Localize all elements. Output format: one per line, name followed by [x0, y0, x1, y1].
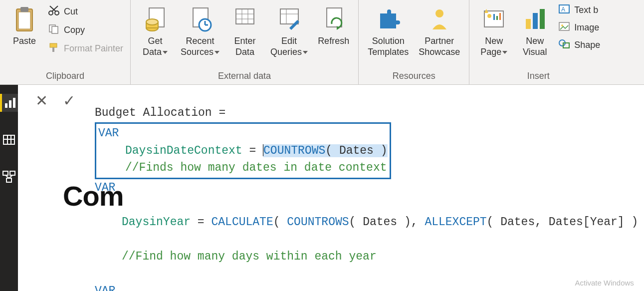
clipboard-icon — [9, 4, 40, 35]
shapes-icon — [558, 39, 570, 51]
svg-text:A: A — [561, 6, 565, 13]
ribbon-group-resources: Solution Templates Partner Showcase Reso… — [359, 0, 469, 84]
refresh-icon — [318, 4, 349, 35]
image-label: Image — [574, 22, 599, 33]
ribbon-group-insert: New Page New Visual A Text b Image Shape — [469, 0, 607, 84]
cut-label: Cut — [64, 6, 78, 17]
copy-icon — [48, 23, 60, 37]
svg-rect-27 — [327, 8, 342, 27]
enter-data-label: Enter Data — [234, 36, 256, 57]
ribbon-group-clipboard: Paste Cut Copy Format Painter Clipboard — [0, 0, 131, 84]
partner-showcase-label: Partner Showcase — [419, 36, 460, 57]
svg-rect-46 — [9, 100, 11, 108]
svg-rect-8 — [52, 26, 58, 33]
puzzle-icon — [373, 4, 404, 35]
get-data-label: Get Data — [143, 36, 168, 57]
text-box-icon: A — [558, 4, 570, 16]
svg-rect-37 — [533, 13, 538, 29]
get-data-button[interactable]: Get Data — [135, 2, 176, 59]
report-title-fragment: Com — [63, 180, 123, 212]
solution-templates-button[interactable]: Solution Templates — [363, 2, 414, 59]
svg-point-31 — [487, 14, 491, 18]
svg-rect-33 — [496, 16, 498, 20]
svg-rect-45 — [5, 103, 7, 108]
nav-model-view[interactable] — [0, 168, 18, 186]
scissors-icon — [48, 5, 60, 18]
refresh-button[interactable]: Refresh — [313, 2, 354, 49]
group-label-external: External data — [135, 69, 354, 83]
group-label-resources: Resources — [363, 69, 465, 83]
svg-rect-36 — [526, 19, 531, 29]
group-label-insert: Insert — [473, 69, 603, 83]
ribbon: Paste Cut Copy Format Painter Clipboard — [0, 0, 644, 85]
shapes-label: Shape — [574, 40, 600, 50]
nav-report-view[interactable] — [0, 94, 18, 112]
svg-rect-10 — [52, 47, 54, 52]
person-icon — [424, 4, 455, 35]
commit-formula-button[interactable]: ✓ — [63, 92, 75, 109]
ribbon-group-external-data: Get Data Recent Sources Enter Data Edit … — [131, 0, 359, 84]
svg-rect-53 — [10, 171, 15, 175]
content-area: ✕ ✓ Budget Allocation = VARDaysinDateCon… — [18, 85, 644, 291]
format-painter-label: Format Painter — [64, 43, 123, 54]
svg-rect-52 — [3, 171, 8, 175]
copy-button[interactable]: Copy — [45, 22, 126, 38]
svg-rect-19 — [236, 9, 254, 24]
enter-data-button[interactable]: Enter Data — [224, 2, 265, 59]
recent-sources-icon — [185, 4, 215, 35]
text-box-button[interactable]: A Text b — [555, 3, 603, 17]
svg-point-42 — [561, 24, 563, 26]
left-nav — [0, 85, 18, 291]
svg-rect-9 — [50, 43, 57, 47]
paste-label: Paste — [13, 36, 36, 47]
shapes-button[interactable]: Shape — [555, 38, 603, 52]
bar-chart-icon — [519, 4, 550, 35]
enter-data-icon — [229, 4, 260, 35]
recent-sources-button[interactable]: Recent Sources — [176, 2, 224, 59]
image-button[interactable]: Image — [555, 20, 603, 35]
new-page-button[interactable]: New Page — [473, 2, 514, 59]
format-painter-button[interactable]: Format Painter — [45, 41, 126, 56]
new-page-label: New Page — [480, 36, 507, 57]
refresh-label: Refresh — [318, 36, 349, 47]
svg-rect-2 — [20, 7, 28, 12]
formula-editor[interactable]: Budget Allocation = VARDaysinDateContext… — [93, 85, 644, 291]
svg-rect-32 — [493, 14, 495, 20]
get-data-icon — [140, 4, 171, 35]
edit-queries-button[interactable]: Edit Queries — [265, 2, 313, 59]
edit-queries-label: Edit Queries — [270, 36, 308, 57]
edit-queries-icon — [274, 4, 305, 35]
image-icon — [558, 21, 570, 34]
svg-point-29 — [435, 9, 443, 17]
windows-activation-watermark: Activate Windows — [575, 279, 634, 287]
measure-name: Budget Allocation — [95, 106, 212, 119]
nav-data-view[interactable] — [0, 131, 18, 149]
solution-templates-label: Solution Templates — [368, 36, 409, 57]
new-page-icon — [478, 4, 509, 35]
paste-button[interactable]: Paste — [4, 2, 45, 49]
svg-rect-47 — [13, 98, 15, 108]
svg-rect-54 — [6, 178, 11, 182]
group-label-clipboard: Clipboard — [4, 69, 126, 83]
svg-rect-34 — [499, 13, 501, 20]
new-visual-button[interactable]: New Visual — [514, 2, 555, 59]
copy-label: Copy — [64, 25, 85, 35]
new-visual-label: New Visual — [523, 36, 547, 57]
cancel-formula-button[interactable]: ✕ — [35, 92, 48, 109]
svg-point-14 — [146, 19, 158, 25]
main-area: ✕ ✓ Budget Allocation = VARDaysinDateCon… — [0, 85, 644, 291]
cut-button[interactable]: Cut — [45, 4, 126, 19]
text-box-label: Text b — [574, 5, 598, 15]
svg-rect-38 — [540, 9, 545, 29]
paintbrush-icon — [48, 42, 60, 55]
recent-sources-label: Recent Sources — [181, 36, 219, 57]
svg-rect-1 — [18, 12, 30, 29]
partner-showcase-button[interactable]: Partner Showcase — [414, 2, 465, 59]
